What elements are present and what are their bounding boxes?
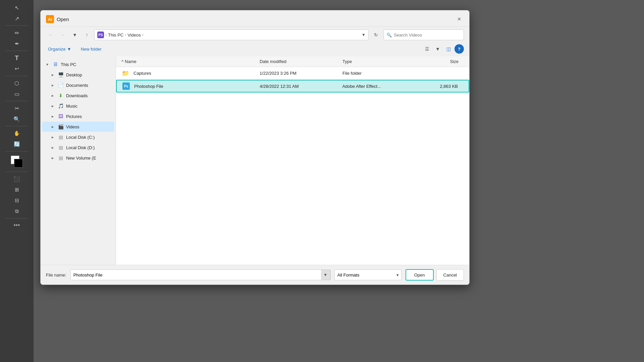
breadcrumb-videos[interactable]: Videos	[127, 33, 141, 38]
open-button[interactable]: Open	[406, 269, 434, 281]
column-size-header[interactable]: Size	[414, 59, 464, 64]
back-button[interactable]: ←	[46, 30, 55, 40]
more-tools-icon[interactable]: •••	[14, 222, 20, 229]
breadcrumb-dropdown-btn[interactable]: ▼	[362, 33, 366, 37]
sidebar-label-desktop: Desktop	[66, 72, 82, 77]
thispc-icon: 🖥	[52, 61, 59, 68]
tool-extra-2[interactable]: ⊟	[10, 195, 23, 205]
dialog-actions: Open Cancel	[406, 269, 464, 281]
sidebar-label-thispc: This PC	[61, 62, 76, 67]
cancel-button[interactable]: Cancel	[436, 269, 464, 281]
pictures-icon: 🖼	[57, 113, 64, 120]
search-input[interactable]	[394, 33, 461, 38]
tool-brush[interactable]: ✏	[10, 28, 23, 38]
expand-icon-localc: ►	[50, 134, 55, 140]
refresh-button[interactable]: ↻	[371, 30, 381, 40]
sidebar-label-pictures: Pictures	[66, 114, 82, 119]
sidebar-label-new-volume: New Volume (E	[66, 156, 96, 161]
dropdown-arrow-button[interactable]: ▼	[70, 30, 79, 40]
breadcrumb-sep-3: ›	[142, 33, 144, 37]
sidebar-label-local-c: Local Disk (C:)	[66, 135, 95, 140]
filename-label: File name:	[46, 273, 66, 278]
sidebar-item-local-d[interactable]: ► ▤ Local Disk (D:)	[42, 142, 114, 153]
sidebar-item-local-c[interactable]: ► ▤ Local Disk (C:)	[42, 132, 114, 142]
view-details-button[interactable]: ◫	[444, 44, 453, 54]
expand-icon-music: ►	[50, 103, 55, 109]
organize-dropdown-icon: ▼	[67, 47, 71, 52]
column-name-header[interactable]: ^ Name	[121, 59, 260, 64]
music-icon: 🎵	[57, 103, 64, 109]
toolbar-separator-6	[5, 151, 29, 152]
tool-layers[interactable]: ⧉	[10, 206, 23, 216]
toolbar-separator-8	[5, 218, 29, 219]
app-icon: Ai	[46, 15, 54, 23]
sidebar-label-local-d: Local Disk (D:)	[66, 145, 95, 150]
sidebar-item-downloads[interactable]: ► ⬇ Downloads	[42, 90, 114, 101]
sidebar-item-new-volume[interactable]: ► ▤ New Volume (E	[42, 153, 114, 163]
folder-icon-glyph: 📁	[122, 70, 129, 77]
expand-icon-locald: ►	[50, 145, 55, 150]
file-size-ps: 2,863 KB	[414, 84, 463, 89]
table-row[interactable]: 📁 Captures 1/22/2023 3:26 PM File folder	[116, 67, 469, 80]
nav-toolbar: ← → ▼ ↑ PS › This PC › Videos › ▼ ↻ 🔍	[41, 27, 469, 43]
tool-shape[interactable]: ⬡	[10, 78, 23, 88]
filename-input[interactable]	[70, 269, 331, 280]
color-picker[interactable]	[11, 156, 23, 168]
sidebar-item-this-pc[interactable]: ▼ 🖥 This PC	[42, 59, 114, 69]
new-folder-button[interactable]: New folder	[79, 45, 104, 53]
tool-zoom[interactable]: 🔍	[10, 114, 23, 124]
main-area: Ai Open × ← → ▼ ↑ PS › This PC › Videos …	[34, 0, 644, 362]
sidebar-label-downloads: Downloads	[66, 93, 88, 98]
filename-dropdown-arrow[interactable]: ▼	[321, 269, 330, 280]
tool-rotate[interactable]: 🔄	[10, 139, 23, 149]
downloads-icon: ⬇	[57, 92, 64, 99]
ps-file-icon: Ps	[122, 82, 130, 90]
tool-extra-1[interactable]: ⊞	[10, 185, 23, 195]
sidebar-item-music[interactable]: ► 🎵 Music	[42, 101, 114, 111]
toolbar-separator-2	[5, 51, 29, 51]
sidebar-item-pictures[interactable]: ► 🖼 Pictures	[42, 111, 114, 121]
formats-select[interactable]: All Formats	[334, 269, 401, 280]
sidebar-item-desktop[interactable]: ► 🖥️ Desktop	[42, 70, 114, 80]
sidebar-label-music: Music	[66, 104, 77, 109]
expand-icon-newvolume: ►	[50, 155, 55, 161]
view-dropdown-button[interactable]: ▼	[433, 44, 442, 54]
dialog-footer: File name: ▼ All Formats Open Cancel	[41, 265, 469, 285]
sidebar-item-documents[interactable]: ► 📄 Documents	[42, 80, 114, 90]
sidebar-item-videos[interactable]: ► 🎬 Videos	[42, 122, 114, 132]
help-button[interactable]: ?	[454, 44, 464, 54]
expand-icon-videos: ►	[50, 124, 55, 129]
breadcrumb-app-icon: PS	[97, 32, 104, 38]
new-volume-icon: ▤	[57, 155, 64, 161]
breadcrumb-sep-1: ›	[105, 33, 107, 37]
organize-button[interactable]: Organize ▼	[46, 45, 73, 53]
background-color[interactable]	[14, 159, 23, 168]
documents-icon: 📄	[57, 82, 64, 88]
view-list-button[interactable]: ☰	[422, 44, 432, 54]
toolbar-separator-7	[5, 172, 29, 172]
tool-select[interactable]: ↗	[10, 13, 23, 23]
tool-rect[interactable]: ▭	[10, 89, 23, 99]
tool-pen[interactable]: ✒	[10, 39, 23, 49]
dialog-body: ▼ 🖥 This PC ► 🖥️ Desktop ► 📄 Documents ►	[41, 56, 469, 265]
table-row[interactable]: Ps Photoshop File 4/28/2022 12:31 AM Ado…	[116, 80, 469, 93]
column-type-header[interactable]: Type	[342, 59, 414, 64]
tool-text[interactable]: T	[10, 53, 23, 63]
close-button[interactable]: ×	[454, 14, 464, 24]
up-button[interactable]: ↑	[82, 30, 92, 40]
tool-scissors[interactable]: ✂	[10, 103, 23, 113]
tool-undo[interactable]: ↩	[10, 64, 23, 74]
sort-indicator: ^	[121, 59, 123, 64]
tool-arrow[interactable]: ↖	[10, 3, 23, 13]
breadcrumb-thispc[interactable]: This PC	[108, 33, 123, 38]
videos-icon: 🎬	[57, 123, 64, 130]
search-icon: 🔍	[386, 33, 392, 38]
column-date-header[interactable]: Date modified	[260, 59, 342, 64]
action-toolbar: Organize ▼ New folder ☰ ▼ ◫ ?	[41, 43, 469, 56]
breadcrumb-bar: PS › This PC › Videos › ▼	[94, 29, 369, 40]
forward-button[interactable]: →	[58, 30, 67, 40]
tool-screen-mode[interactable]: ⬛	[10, 174, 23, 184]
expand-icon-desktop: ►	[50, 72, 55, 77]
tool-hand[interactable]: ✋	[10, 128, 23, 138]
file-list-header[interactable]: ^ Name Date modified Type Size	[116, 56, 469, 67]
